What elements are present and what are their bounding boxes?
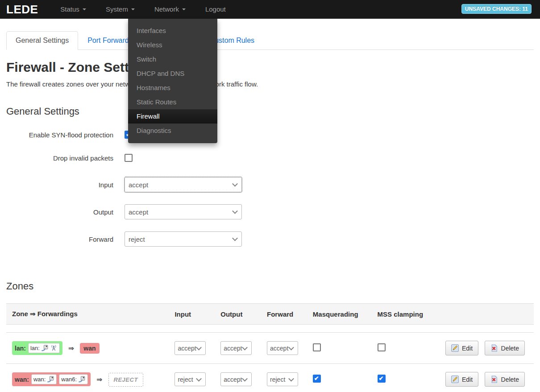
wan-forward-select[interactable]: reject xyxy=(267,372,298,386)
forward-select[interactable]: reject xyxy=(125,231,242,247)
col-masquerading: Masquerading xyxy=(307,304,372,325)
nav-item-system[interactable]: System xyxy=(96,0,145,19)
edit-pencil-icon xyxy=(451,375,459,383)
menu-item-diagnostics[interactable]: Diagnostics xyxy=(128,124,217,138)
field-forward: Forward reject xyxy=(6,231,534,247)
zone-cell: lan: lan: xyxy=(6,333,169,364)
page-title: Firewall - Zone Settings xyxy=(6,60,534,75)
lan-zone-badge: lan: lan: xyxy=(12,341,62,355)
ethernet-icon xyxy=(78,375,86,383)
delete-x-icon xyxy=(490,344,498,352)
caret-down-icon xyxy=(131,8,135,10)
menu-item-hostnames[interactable]: Hostnames xyxy=(128,81,217,95)
lan-output-select[interactable]: accept xyxy=(220,341,252,355)
field-input: Input accept xyxy=(6,177,534,192)
wan-output-cell: accept xyxy=(215,364,261,392)
col-actions xyxy=(440,304,534,325)
wan-reject-target: REJECT xyxy=(108,373,143,387)
field-drop-invalid: Drop invalid packets xyxy=(6,154,534,162)
lan-edit-button[interactable]: Edit xyxy=(445,341,478,355)
zone-name: lan: xyxy=(15,345,26,352)
forward-arrow: ⇒ xyxy=(68,344,74,352)
col-forward: Forward xyxy=(261,304,307,325)
wan-edit-button[interactable]: Edit xyxy=(445,372,478,387)
menu-item-wireless[interactable]: Wireless xyxy=(128,38,217,52)
delete-button-label: Delete xyxy=(501,376,519,383)
nav-item-label: System xyxy=(106,0,128,19)
spacer-row xyxy=(6,325,534,333)
col-zone-forwardings: Zone ⇒ Forwardings xyxy=(6,304,169,325)
page-description: The firewall creates zones over your net… xyxy=(6,80,534,88)
firewall-tabbar: General Settings Port Forwards Traffic R… xyxy=(6,31,534,50)
tab-general-settings[interactable]: General Settings xyxy=(6,31,78,50)
unsaved-changes-badge[interactable]: UNSAVED CHANGES: 11 xyxy=(461,4,532,14)
wan-delete-button[interactable]: Delete xyxy=(485,372,525,387)
nav-item-label: Status xyxy=(60,0,79,19)
menu-item-firewall[interactable]: Firewall xyxy=(128,109,217,124)
network-name: lan: xyxy=(30,345,40,351)
zone-row-wan: wan: wan: wan6: xyxy=(6,364,534,392)
forward-select-wrap: reject xyxy=(125,231,242,247)
zones-heading: Zones xyxy=(6,281,534,292)
wan-forward-cell: reject xyxy=(261,364,307,392)
wan-output-select[interactable]: accept xyxy=(220,372,252,386)
network-name: wan6: xyxy=(61,376,77,383)
input-select[interactable]: accept xyxy=(125,177,242,192)
lan-forward-cell: accept xyxy=(261,333,307,364)
lan-delete-button[interactable]: Delete xyxy=(485,341,525,355)
col-input: Input xyxy=(169,304,215,325)
drop-invalid-label: Drop invalid packets xyxy=(6,154,113,162)
wireless-icon xyxy=(50,344,58,352)
ethernet-icon xyxy=(41,344,49,352)
delete-x-icon xyxy=(490,375,498,383)
zone-row-lan: lan: lan: xyxy=(6,333,534,364)
wan-input-select[interactable]: reject xyxy=(174,372,206,386)
lan-masquerading-checkbox[interactable] xyxy=(313,343,321,351)
zone-name: wan: xyxy=(15,376,29,383)
wan-input-cell: reject xyxy=(169,364,215,392)
forward-label: Forward xyxy=(6,235,113,243)
col-output: Output xyxy=(215,304,261,325)
output-label: Output xyxy=(6,208,113,216)
input-select-wrap: accept xyxy=(125,177,242,192)
output-select[interactable]: accept xyxy=(125,204,242,219)
menu-item-interfaces[interactable]: Interfaces xyxy=(128,24,217,38)
delete-button-label: Delete xyxy=(501,345,519,352)
zone-cell: wan: wan: wan6: xyxy=(6,364,169,392)
menu-item-switch[interactable]: Switch xyxy=(128,52,217,66)
nav-item-status[interactable]: Status xyxy=(50,0,96,19)
lan-forward-select[interactable]: accept xyxy=(267,341,298,355)
brand-logo: LEDE xyxy=(0,0,44,19)
nav-item-logout[interactable]: Logout xyxy=(195,0,236,19)
edit-button-label: Edit xyxy=(462,376,473,383)
lan-actions-cell: Edit Delete xyxy=(440,333,534,364)
nav-item-label: Network xyxy=(154,0,179,19)
zones-table: Zone ⇒ Forwardings Input Output Forward … xyxy=(6,303,534,392)
lan-input-select[interactable]: accept xyxy=(174,341,206,355)
lan-mss-clamping-checkbox[interactable] xyxy=(378,343,386,351)
ethernet-icon xyxy=(47,375,54,383)
general-settings-heading: General Settings xyxy=(6,106,534,117)
network-name: wan: xyxy=(33,376,46,383)
network-dropdown-menu: Interfaces Wireless Switch DHCP and DNS … xyxy=(128,19,217,143)
zones-header-row: Zone ⇒ Forwardings Input Output Forward … xyxy=(6,304,534,325)
col-mss-clamping: MSS clamping xyxy=(372,304,440,325)
caret-down-icon xyxy=(83,8,86,10)
drop-invalid-checkbox[interactable] xyxy=(125,154,133,162)
wan-masquerading-checkbox[interactable] xyxy=(313,375,321,383)
syn-flood-label: Enable SYN-flood protection xyxy=(6,131,113,139)
lan-output-cell: accept xyxy=(215,333,261,364)
nav-item-network[interactable]: Network xyxy=(145,0,195,19)
input-label: Input xyxy=(6,181,113,189)
wan-actions-cell: Edit Delete xyxy=(440,364,534,392)
edit-button-label: Edit xyxy=(462,345,473,352)
menu-item-static-routes[interactable]: Static Routes xyxy=(128,95,217,109)
lan-target-badge: wan xyxy=(80,343,99,354)
lan-mss-cell xyxy=(372,333,440,364)
wan-mss-clamping-checkbox[interactable] xyxy=(378,375,386,383)
caret-down-icon xyxy=(182,8,186,10)
output-select-wrap: accept xyxy=(125,204,242,219)
wan-masq-cell xyxy=(307,364,372,392)
menu-item-dhcp-dns[interactable]: DHCP and DNS xyxy=(128,66,217,81)
edit-pencil-icon xyxy=(451,344,459,352)
